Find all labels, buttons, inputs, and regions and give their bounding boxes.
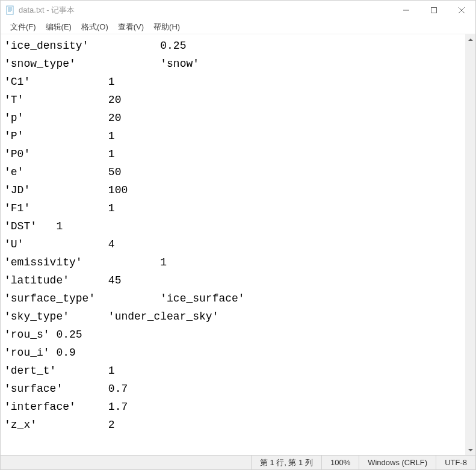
svg-marker-9 [468,39,473,41]
statusbar: 第 1 行, 第 1 列 100% Windows (CRLF) UTF-8 [1,455,475,469]
menu-format[interactable]: 格式(O) [76,20,113,34]
menu-edit[interactable]: 编辑(E) [41,20,76,34]
menu-file[interactable]: 文件(F) [5,20,41,34]
content-area: 'ice_density' 0.25 'snow_type' 'snow' 'C… [1,34,475,455]
minimize-button[interactable] [392,1,420,20]
close-button[interactable] [448,1,475,20]
window-title: data.txt - 记事本 [19,5,392,16]
status-line-ending: Windows (CRLF) [359,456,436,469]
scroll-track[interactable] [465,45,475,445]
menu-help[interactable]: 帮助(H) [149,20,185,34]
menu-view[interactable]: 查看(V) [113,20,149,34]
status-zoom: 100% [321,456,359,469]
text-editor[interactable]: 'ice_density' 0.25 'snow_type' 'snow' 'C… [1,34,465,455]
status-encoding: UTF-8 [436,456,475,469]
window-controls [392,1,475,20]
status-position: 第 1 行, 第 1 列 [251,456,321,469]
titlebar: data.txt - 记事本 [1,1,475,20]
menubar: 文件(F) 编辑(E) 格式(O) 查看(V) 帮助(H) [1,20,475,34]
maximize-button[interactable] [420,1,448,20]
notepad-icon [5,5,15,15]
vertical-scrollbar[interactable] [465,34,475,455]
scroll-up-arrow[interactable] [465,34,475,45]
svg-rect-6 [431,8,437,13]
svg-marker-10 [468,449,473,451]
scroll-down-arrow[interactable] [465,445,475,455]
